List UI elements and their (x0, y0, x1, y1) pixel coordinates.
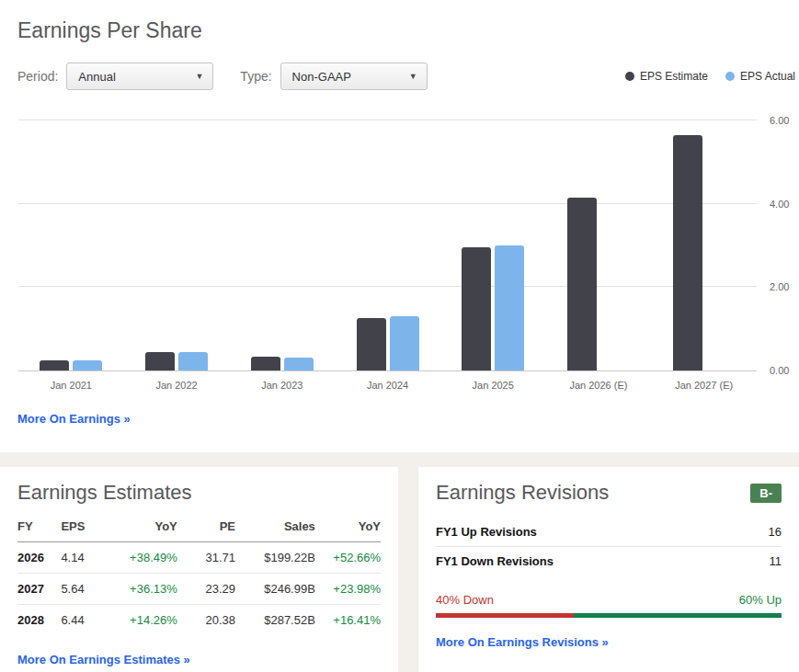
col-header-sales-yoy: YoY (315, 516, 381, 542)
eps-estimate-bar-1 (145, 352, 175, 370)
page-title: Earnings Per Share (0, 0, 799, 43)
more-on-revisions-link[interactable]: More On Earnings Revisions » (436, 635, 609, 649)
cell-pe: 23.29 (177, 574, 235, 605)
y-tick-label: 0.00 (770, 365, 799, 376)
estimates-title: Earnings Estimates (17, 481, 192, 505)
col-header-fy: FY (17, 516, 61, 542)
bar-group-jan-2023 (229, 120, 335, 370)
col-header-yoy: YoY (108, 516, 177, 542)
more-on-estimates-link[interactable]: More On Earnings Estimates » (17, 653, 190, 666)
cell-sales: $199.22B (235, 542, 315, 574)
cell-fy: 2027 (17, 574, 61, 605)
col-header-pe: PE (177, 516, 235, 542)
cell-yoy: +14.26% (108, 605, 177, 636)
x-tick-label: Jan 2021 (18, 380, 124, 391)
bar-group-jan-2025 (440, 120, 546, 370)
chart-legend: EPS Estimate EPS Actual (625, 70, 795, 83)
cell-fy: 2026 (17, 542, 61, 574)
x-tick-label: Jan 2022 (124, 380, 230, 391)
x-tick-label: Jan 2027 (E) (651, 380, 757, 391)
eps-actual-bar-2 (284, 358, 314, 371)
period-select-value: Annual (78, 70, 195, 84)
up-percent-label: 60% Up (739, 593, 782, 607)
x-tick-label: Jan 2024 (335, 380, 440, 391)
legend-dot-estimate-icon (625, 72, 634, 81)
eps-estimate-bar-6 (673, 135, 702, 370)
list-item: FY1 Up Revisions 16 (436, 518, 782, 547)
cell-sales: $246.99B (235, 574, 315, 605)
revisions-rows: FY1 Up Revisions 16 FY1 Down Revisions 1… (436, 518, 782, 575)
bar-group-jan-2021 (18, 120, 124, 370)
table-row: 2028 6.44 +14.26% 20.38 $287.52B +16.41% (17, 605, 381, 636)
type-label: Type: (240, 69, 271, 84)
eps-estimate-bar-3 (357, 318, 386, 370)
cell-yoy: +38.49% (108, 542, 177, 574)
chevron-down-icon: ▼ (409, 72, 417, 81)
chart-plot-area (18, 120, 757, 370)
y-tick-label: 4.00 (770, 199, 799, 210)
eps-section: Earnings Per Share Period: Annual ▼ Type… (0, 0, 799, 452)
revisions-ratio-bar (436, 613, 782, 618)
down-percent-label: 40% Down (436, 593, 494, 607)
cell-sales: $287.52B (235, 605, 315, 636)
panel-gap (398, 467, 418, 672)
x-tick-label: Jan 2026 (E) (546, 380, 652, 391)
earnings-revisions-panel: Earnings Revisions B- FY1 Up Revisions 1… (418, 467, 799, 672)
period-label: Period: (17, 69, 58, 84)
table-row: 2026 4.14 +38.49% 31.71 $199.22B +52.66% (17, 542, 381, 574)
eps-chart: 0.002.004.006.00 (18, 120, 757, 371)
legend-item-eps-estimate[interactable]: EPS Estimate (625, 70, 708, 83)
eps-actual-bar-0 (73, 360, 102, 370)
cell-yoy: +36.13% (108, 574, 177, 605)
cell-sales-yoy: +23.98% (315, 574, 381, 605)
estimates-table: FY EPS YoY PE Sales YoY 2026 4.14 +38.49… (17, 516, 381, 635)
period-select[interactable]: Annual ▼ (66, 63, 213, 90)
type-select[interactable]: Non-GAAP ▼ (280, 63, 428, 90)
revisions-bar-down (436, 613, 574, 618)
cell-eps: 6.44 (61, 605, 108, 636)
x-tick-label: Jan 2025 (440, 380, 546, 391)
bar-group-jan-2024 (335, 120, 440, 370)
bottom-panels: Earnings Estimates FY EPS YoY PE Sales Y… (0, 467, 799, 672)
list-item: FY1 Down Revisions 11 (436, 547, 782, 575)
earnings-estimates-panel: Earnings Estimates FY EPS YoY PE Sales Y… (0, 467, 398, 672)
revisions-title: Earnings Revisions (436, 481, 609, 505)
cell-fy: 2028 (17, 605, 61, 636)
cell-eps: 4.14 (61, 542, 108, 574)
section-divider (0, 452, 799, 467)
legend-dot-actual-icon (725, 72, 735, 81)
type-select-value: Non-GAAP (292, 70, 409, 84)
eps-actual-bar-1 (178, 352, 208, 370)
page: Earnings Per Share Period: Annual ▼ Type… (0, 0, 799, 672)
bar-group-jan-2022 (124, 120, 230, 370)
cell-sales-yoy: +16.41% (315, 605, 381, 636)
eps-actual-bar-3 (390, 316, 419, 370)
table-row: 2027 5.64 +36.13% 23.29 $246.99B +23.98% (17, 574, 381, 605)
fy1-up-revisions-value: 16 (769, 525, 782, 539)
cell-sales-yoy: +52.66% (315, 542, 381, 574)
y-tick-label: 2.00 (770, 281, 799, 292)
revisions-scale: 40% Down 60% Up (436, 593, 782, 607)
more-on-earnings-link[interactable]: More On Earnings » (17, 412, 131, 426)
eps-estimate-bar-5 (567, 198, 597, 370)
fy1-down-revisions-label: FY1 Down Revisions (436, 554, 554, 568)
col-header-eps: EPS (61, 516, 108, 542)
cell-pe: 20.38 (177, 605, 235, 636)
eps-estimate-bar-0 (40, 360, 69, 370)
fy1-up-revisions-label: FY1 Up Revisions (436, 525, 537, 539)
legend-item-eps-actual[interactable]: EPS Actual (725, 70, 795, 83)
x-tick-label: Jan 2023 (229, 380, 335, 391)
chart-controls: Period: Annual ▼ Type: Non-GAAP ▼ EPS Es… (17, 63, 799, 90)
revisions-bar-up (574, 613, 782, 618)
estimates-header-row: FY EPS YoY PE Sales YoY (17, 516, 381, 542)
legend-label-estimate: EPS Estimate (640, 70, 708, 83)
legend-label-actual: EPS Actual (740, 70, 795, 83)
y-tick-label: 6.00 (770, 115, 799, 126)
eps-estimate-bar-4 (462, 247, 491, 370)
x-axis-labels: Jan 2021Jan 2022Jan 2023Jan 2024Jan 2025… (18, 371, 757, 391)
cell-eps: 5.64 (61, 574, 108, 605)
col-header-sales: Sales (235, 516, 315, 542)
bar-group-jan-2027-e (651, 120, 757, 370)
eps-actual-bar-4 (495, 245, 524, 370)
chevron-down-icon: ▼ (195, 72, 203, 81)
